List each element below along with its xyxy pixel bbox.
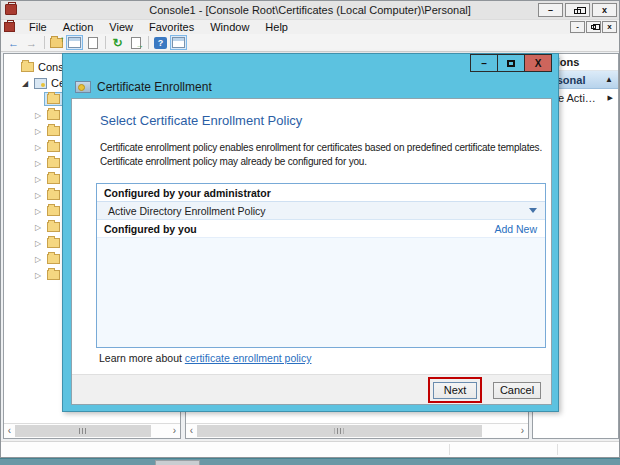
- toolbar-separator: [105, 36, 106, 49]
- chevron-down-icon[interactable]: [529, 208, 537, 213]
- learn-more-prefix: Learn more about: [99, 352, 185, 364]
- collapsed-icon[interactable]: ▷: [32, 255, 44, 264]
- expanded-icon[interactable]: ◢: [19, 79, 31, 88]
- screen: Console1 - [Console Root\Certificates (L…: [0, 0, 620, 465]
- folder-icon: [47, 254, 60, 264]
- scroll-left-icon[interactable]: ‹: [186, 424, 197, 438]
- scrollbar-thumb[interactable]: [197, 425, 482, 437]
- dialog-maximize-button[interactable]: [497, 54, 525, 72]
- statusbar-separator: [449, 444, 450, 455]
- dialog-minimize-button[interactable]: –: [470, 54, 498, 72]
- menu-file[interactable]: File: [21, 21, 55, 33]
- taskbar-button[interactable]: [155, 460, 200, 465]
- add-new-link[interactable]: Add New: [494, 223, 537, 235]
- help-icon[interactable]: ?: [152, 35, 169, 50]
- child-restore-icon: [591, 25, 596, 29]
- dialog-close-button[interactable]: X: [524, 54, 552, 72]
- menu-bar: File Action View Favorites Window Help -…: [1, 19, 619, 34]
- child-restore-button[interactable]: [586, 21, 601, 33]
- description-line-2: Certificate enrollment policy may alread…: [100, 155, 542, 169]
- list-horizontal-scrollbar[interactable]: ‹ ›: [186, 423, 528, 438]
- scroll-right-icon[interactable]: ›: [169, 424, 180, 438]
- dialog-heading: Select Certificate Enrollment Policy: [100, 113, 302, 128]
- tree-horizontal-scrollbar[interactable]: ‹ ›: [4, 423, 180, 438]
- toolbar-separator: [44, 36, 45, 49]
- folder-icon: [47, 190, 60, 200]
- folder-icon: [47, 222, 60, 232]
- admin-section-header: Configured by your administrator: [97, 184, 545, 202]
- folder-icon: [21, 62, 34, 72]
- cancel-button[interactable]: Cancel: [493, 382, 541, 399]
- child-minimize-button[interactable]: -: [570, 21, 585, 33]
- window-title: Console1 - [Console Root\Certificates (L…: [1, 4, 619, 16]
- collapsed-icon[interactable]: ▷: [32, 143, 44, 152]
- refresh-icon[interactable]: ↻: [109, 35, 126, 50]
- collapsed-icon[interactable]: ▷: [32, 127, 44, 136]
- certificate-enrollment-policy-link[interactable]: certificate enrollment policy: [185, 352, 312, 364]
- dialog-body: Select Certificate Enrollment Policy Cer…: [71, 98, 552, 405]
- taskbar-strip: [0, 458, 620, 465]
- dialog-description: Certificate enrollment policy enables en…: [100, 141, 542, 169]
- learn-more-text: Learn more about certificate enrollment …: [99, 352, 311, 364]
- paste-icon[interactable]: [84, 35, 101, 50]
- scroll-right-icon[interactable]: ›: [517, 424, 528, 438]
- statusbar-separator: [557, 444, 558, 455]
- up-folder-icon[interactable]: [48, 35, 65, 50]
- dialog-title: Certificate Enrollment: [97, 80, 212, 94]
- restore-button[interactable]: [565, 3, 590, 17]
- title-bar: Console1 - [Console Root\Certificates (L…: [1, 1, 619, 19]
- export-list-icon[interactable]: [127, 35, 144, 50]
- child-close-button[interactable]: x: [602, 21, 617, 33]
- collapsed-icon[interactable]: ▷: [32, 207, 44, 216]
- menu-window[interactable]: Window: [202, 21, 257, 33]
- menu-action[interactable]: Action: [55, 21, 102, 33]
- scrollbar-track[interactable]: [15, 424, 169, 438]
- back-icon[interactable]: ←: [5, 35, 22, 50]
- active-directory-policy-row[interactable]: Active Directory Enrollment Policy: [97, 202, 545, 220]
- forward-icon[interactable]: →: [23, 35, 40, 50]
- folder-icon: [47, 238, 60, 248]
- collapsed-icon[interactable]: ▷: [32, 159, 44, 168]
- show-console-tree-icon[interactable]: [66, 35, 83, 50]
- menu-help[interactable]: Help: [257, 21, 296, 33]
- restore-icon: [574, 9, 581, 14]
- collapsed-icon[interactable]: ▷: [32, 239, 44, 248]
- certificate-enrollment-icon: [75, 81, 91, 93]
- folder-icon: [47, 206, 60, 216]
- show-action-pane-icon[interactable]: [170, 35, 187, 50]
- folder-icon: [47, 174, 60, 184]
- mmc-app-icon: [5, 4, 17, 15]
- description-line-1: Certificate enrollment policy enables en…: [100, 141, 542, 155]
- certificates-icon: [34, 78, 47, 89]
- folder-icon: [47, 158, 60, 168]
- user-section-header: Configured by you Add New: [97, 220, 545, 238]
- collapsed-icon[interactable]: ▷: [32, 175, 44, 184]
- menu-favorites[interactable]: Favorites: [141, 21, 202, 33]
- menu-view[interactable]: View: [101, 21, 141, 33]
- folder-icon: [47, 94, 60, 104]
- child-window-icon[interactable]: [4, 22, 15, 32]
- certificate-enrollment-dialog: – X Certificate Enrollment Select Certif…: [62, 53, 559, 412]
- maximize-icon: [507, 60, 515, 67]
- minimize-button[interactable]: –: [538, 3, 563, 17]
- red-highlight-annotation: [428, 377, 482, 403]
- collapsed-icon[interactable]: ▷: [32, 271, 44, 280]
- scrollbar-track[interactable]: [197, 424, 517, 438]
- enrollment-policy-list: Configured by your administrator Active …: [96, 183, 546, 348]
- more-actions-arrow-icon: ▶: [608, 94, 613, 102]
- toolbar-separator: [148, 36, 149, 49]
- toolbar: ← → ↻ ?: [1, 34, 619, 52]
- user-section-label: Configured by you: [104, 223, 197, 235]
- scrollbar-thumb[interactable]: [15, 425, 151, 437]
- collapsed-icon[interactable]: ▷: [32, 111, 44, 120]
- folder-icon: [47, 110, 60, 120]
- policy-name: Active Directory Enrollment Policy: [108, 205, 266, 217]
- status-bar: [1, 441, 619, 457]
- collapsed-icon[interactable]: ▷: [32, 223, 44, 232]
- collapsed-icon[interactable]: ▷: [32, 191, 44, 200]
- folder-icon: [47, 142, 60, 152]
- close-button[interactable]: x: [592, 3, 617, 17]
- folder-icon: [47, 126, 60, 136]
- scroll-left-icon[interactable]: ‹: [4, 424, 15, 438]
- collapse-icon[interactable]: ▲: [605, 75, 613, 84]
